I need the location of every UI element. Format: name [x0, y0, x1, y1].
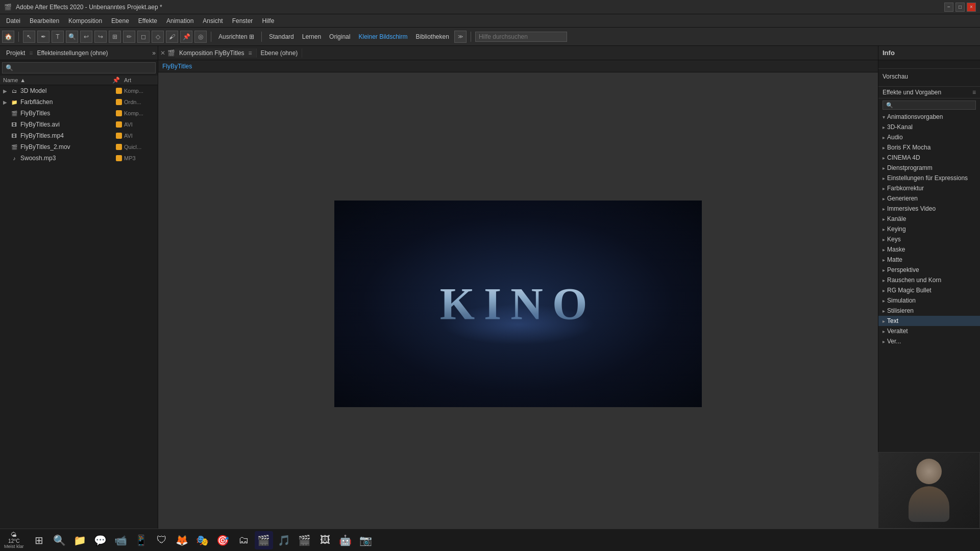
taskbar-whatsapp[interactable]: 📱	[132, 531, 151, 549]
menu-item-datei[interactable]: Datei	[2, 16, 24, 26]
paint-tool[interactable]: 🖌	[166, 31, 178, 43]
effect-settings-tab[interactable]: Effekteinstellungen (ohne)	[33, 48, 112, 58]
expand-icon-1[interactable]: ▶	[3, 99, 9, 105]
effect-cat-8[interactable]: ▸Generieren	[878, 193, 980, 204]
effect-cat-13[interactable]: ▸Maske	[878, 244, 980, 255]
title-bar-left: 🎬 Adobe After Effects 2020 - Unbenanntes…	[4, 4, 162, 11]
effect-cat-2[interactable]: ▸Audio	[878, 132, 980, 142]
effect-cat-22[interactable]: ▸Ver...	[878, 336, 980, 346]
project-item-6[interactable]: ♪Swoosh.mp3MP3	[0, 153, 158, 164]
effects-menu[interactable]: ≡	[972, 89, 976, 96]
toolbar-original[interactable]: Original	[326, 33, 353, 40]
brush-tool[interactable]: ✏	[123, 31, 135, 43]
taskbar-drama[interactable]: 🎭	[193, 531, 212, 549]
project-item-icon-0: 🗂	[10, 87, 18, 95]
effect-cat-19[interactable]: ▸Stilisieren	[878, 306, 980, 316]
toolbar-standard[interactable]: Standard	[266, 33, 297, 40]
home-button[interactable]: 🏠	[2, 31, 14, 43]
effect-cat-6[interactable]: ▸Einstellungen für Expressions	[878, 173, 980, 183]
project-col-name[interactable]: Name ▲	[3, 77, 112, 83]
effect-cat-7[interactable]: ▸Farbkorrektur	[878, 183, 980, 193]
effects-search-input[interactable]	[883, 101, 976, 110]
taskbar-explorer[interactable]: 📁	[71, 531, 89, 549]
effect-cat-20[interactable]: ▸Text	[878, 316, 980, 326]
menu-item-ebene[interactable]: Ebene	[107, 16, 133, 26]
project-item-2[interactable]: 🎬FlyByTitlesKomp...	[0, 108, 158, 119]
taskbar-premiere[interactable]: 🎬	[296, 531, 314, 549]
effect-cat-18[interactable]: ▸Simulation	[878, 295, 980, 306]
project-tab[interactable]: Projekt	[2, 48, 29, 58]
project-item-4[interactable]: 🎞FlyByTitles.mp4AVI	[0, 130, 158, 141]
taskbar-firefox[interactable]: 🦊	[173, 531, 191, 549]
effect-cat-4[interactable]: ▸CINEMA 4D	[878, 153, 980, 163]
menu-item-komposition[interactable]: Komposition	[64, 16, 106, 26]
comp-tab-layer[interactable]: Ebene (ohne)	[257, 48, 303, 58]
taskbar-app1[interactable]: 🎯	[214, 531, 232, 549]
taskbar-search[interactable]: 🔍	[51, 531, 69, 549]
text-tool[interactable]: T	[52, 31, 64, 43]
shape-tool[interactable]: ◇	[152, 31, 164, 43]
effect-cat-14[interactable]: ▸Matte	[878, 255, 980, 265]
taskbar-files[interactable]: 🗂	[234, 531, 253, 549]
effect-chevron-14: ▸	[883, 257, 885, 263]
effect-cat-11[interactable]: ▸Keying	[878, 224, 980, 234]
breadcrumb-item[interactable]: FlyByTitles	[162, 63, 192, 70]
taskbar-illustrator[interactable]: 🤖	[336, 531, 355, 549]
undo-tool[interactable]: ↩	[80, 31, 92, 43]
comp-tab-menu[interactable]: ≡	[249, 49, 252, 57]
taskbar-aftereffects[interactable]: 🎬	[255, 531, 273, 549]
taskbar-photoshop[interactable]: 🖼	[316, 531, 334, 549]
toolbar-align[interactable]: Ausrichten ⊞	[215, 33, 257, 40]
project-item-1[interactable]: ▶📁FarbflächenOrdn...	[0, 96, 158, 108]
effect-cat-9[interactable]: ▸Immersives Video	[878, 204, 980, 214]
effect-cat-1[interactable]: ▸3D-Kanal	[878, 122, 980, 132]
redo-tool[interactable]: ↪	[94, 31, 107, 43]
project-item-3[interactable]: 🎞FlyByTitles.aviAVI	[0, 119, 158, 130]
menu-item-effekte[interactable]: Effekte	[134, 16, 161, 26]
toolbar-small-screen[interactable]: Kleiner Bildschirm	[355, 33, 410, 40]
taskbar-lightroom[interactable]: 📷	[357, 531, 375, 549]
help-search[interactable]	[475, 32, 567, 42]
project-item-5[interactable]: 🎬FlyByTitles_2.movQuicl...	[0, 141, 158, 153]
rect-tool[interactable]: ◻	[137, 31, 150, 43]
project-item-0[interactable]: ▶🗂3D ModelKomp...	[0, 85, 158, 96]
effect-cat-0[interactable]: ▾Animationsvorgaben	[878, 112, 980, 122]
effect-cat-10[interactable]: ▸Kanäle	[878, 214, 980, 224]
toolbar-libraries[interactable]: Bibliotheken	[413, 33, 452, 40]
panel-menu-arrow[interactable]: »	[152, 49, 156, 57]
camera-tool[interactable]: ◎	[194, 31, 207, 43]
taskbar-teams[interactable]: 💬	[91, 531, 110, 549]
maximize-button[interactable]: □	[955, 3, 965, 12]
expand-icon-0[interactable]: ▶	[3, 88, 9, 94]
taskbar-zoom[interactable]: 📹	[112, 531, 130, 549]
taskbar-antivirus[interactable]: 🛡	[153, 531, 171, 549]
effect-cat-3[interactable]: ▸Boris FX Mocha	[878, 142, 980, 153]
effect-cat-15[interactable]: ▸Perspektive	[878, 265, 980, 275]
menu-item-fenster[interactable]: Fenster	[228, 16, 257, 26]
taskbar-windows[interactable]: ⊞	[30, 531, 48, 549]
toolbar-lernen[interactable]: Lernen	[299, 33, 324, 40]
search-tool[interactable]: 🔍	[66, 31, 78, 43]
menu-item-bearbeiten[interactable]: Bearbeiten	[26, 16, 63, 26]
effect-cat-12[interactable]: ▸Keys	[878, 234, 980, 244]
toolbar-more[interactable]: ≫	[454, 31, 467, 43]
taskbar-music[interactable]: 🎵	[275, 531, 293, 549]
pin-tool[interactable]: 📌	[180, 31, 192, 43]
effect-cat-16[interactable]: ▸Rauschen und Korn	[878, 275, 980, 285]
grid-tool[interactable]: ⊞	[109, 31, 121, 43]
effect-cat-17[interactable]: ▸RG Magic Bullet	[878, 285, 980, 295]
toolbar-sep-2	[211, 32, 211, 42]
effect-chevron-13: ▸	[883, 247, 885, 253]
effect-cat-21[interactable]: ▸Veraltet	[878, 326, 980, 336]
effect-cat-5[interactable]: ▸Dienstprogramm	[878, 163, 980, 173]
project-search-input[interactable]	[2, 62, 156, 73]
menu-item-animation[interactable]: Animation	[162, 16, 198, 26]
menu-item-ansicht[interactable]: Ansicht	[199, 16, 227, 26]
minimize-button[interactable]: −	[944, 3, 953, 12]
select-tool[interactable]: ↖	[23, 31, 35, 43]
menu-item-hilfe[interactable]: Hilfe	[258, 16, 278, 26]
close-button[interactable]: ×	[967, 3, 976, 12]
comp-tab-flyby[interactable]: Komposition FlyByTitles ≡	[175, 48, 257, 58]
pen-tool[interactable]: ✒	[37, 31, 50, 43]
effect-chevron-4: ▸	[883, 155, 885, 161]
